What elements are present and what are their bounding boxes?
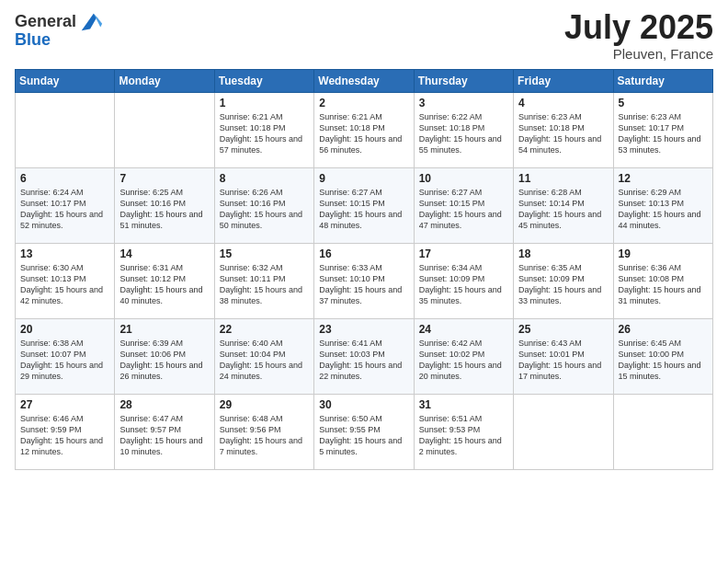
cell-w3-d1: 13Sunrise: 6:30 AMSunset: 10:13 PMDaylig… — [16, 243, 115, 318]
day-number: 13 — [20, 247, 109, 260]
calendar-table: Sunday Monday Tuesday Wednesday Thursday… — [15, 69, 713, 470]
day-number: 19 — [619, 247, 708, 260]
day-number: 22 — [220, 323, 309, 336]
day-info: Sunrise: 6:38 AMSunset: 10:07 PMDaylight… — [20, 338, 109, 383]
week-row-5: 27Sunrise: 6:46 AMSunset: 9:59 PMDayligh… — [16, 394, 713, 469]
day-number: 20 — [20, 323, 109, 336]
day-info: Sunrise: 6:21 AMSunset: 10:18 PMDaylight… — [220, 111, 309, 156]
cell-w2-d1: 6Sunrise: 6:24 AMSunset: 10:17 PMDayligh… — [16, 167, 115, 243]
day-number: 21 — [119, 323, 209, 336]
day-info: Sunrise: 6:32 AMSunset: 10:11 PMDaylight… — [220, 262, 309, 307]
day-info: Sunrise: 6:28 AMSunset: 10:14 PMDaylight… — [518, 187, 608, 232]
cell-w2-d5: 10Sunrise: 6:27 AMSunset: 10:15 PMDaylig… — [414, 167, 513, 243]
page: General Blue July 2025 Pleuven, France S… — [0, 0, 728, 563]
week-row-4: 20Sunrise: 6:38 AMSunset: 10:07 PMDaylig… — [16, 318, 713, 394]
day-number: 10 — [419, 172, 508, 185]
cell-w2-d2: 7Sunrise: 6:25 AMSunset: 10:16 PMDayligh… — [115, 167, 214, 243]
cell-w3-d3: 15Sunrise: 6:32 AMSunset: 10:11 PMDaylig… — [214, 243, 313, 318]
day-number: 18 — [518, 247, 608, 260]
day-number: 12 — [619, 172, 708, 185]
header-saturday: Saturday — [613, 69, 712, 92]
day-info: Sunrise: 6:39 AMSunset: 10:06 PMDaylight… — [119, 338, 209, 383]
day-info: Sunrise: 6:45 AMSunset: 10:00 PMDaylight… — [619, 338, 708, 383]
logo-general-text: General — [15, 13, 76, 31]
cell-w1-d5: 3Sunrise: 6:22 AMSunset: 10:18 PMDayligh… — [414, 92, 513, 167]
day-info: Sunrise: 6:48 AMSunset: 9:56 PMDaylight:… — [220, 413, 309, 458]
day-number: 23 — [319, 323, 408, 336]
day-number: 5 — [619, 97, 708, 109]
cell-w2-d3: 8Sunrise: 6:26 AMSunset: 10:16 PMDayligh… — [214, 167, 313, 243]
cell-w4-d7: 26Sunrise: 6:45 AMSunset: 10:00 PMDaylig… — [613, 318, 712, 394]
day-info: Sunrise: 6:29 AMSunset: 10:13 PMDaylight… — [619, 187, 708, 232]
cell-w4-d1: 20Sunrise: 6:38 AMSunset: 10:07 PMDaylig… — [16, 318, 115, 394]
day-info: Sunrise: 6:42 AMSunset: 10:02 PMDaylight… — [419, 338, 508, 383]
title-block: July 2025 Pleuven, France — [564, 9, 713, 62]
header-friday: Friday — [514, 69, 613, 92]
header-thursday: Thursday — [414, 69, 513, 92]
cell-w2-d6: 11Sunrise: 6:28 AMSunset: 10:14 PMDaylig… — [514, 167, 613, 243]
header-sunday: Sunday — [16, 69, 115, 92]
day-number: 28 — [119, 398, 209, 411]
cell-w3-d7: 19Sunrise: 6:36 AMSunset: 10:08 PMDaylig… — [613, 243, 712, 318]
day-number: 26 — [619, 323, 708, 336]
cell-w5-d5: 31Sunrise: 6:51 AMSunset: 9:53 PMDayligh… — [414, 394, 513, 469]
cell-w5-d7 — [613, 394, 712, 469]
cell-w4-d6: 25Sunrise: 6:43 AMSunset: 10:01 PMDaylig… — [514, 318, 613, 394]
week-row-1: 1Sunrise: 6:21 AMSunset: 10:18 PMDayligh… — [16, 92, 713, 167]
cell-w3-d2: 14Sunrise: 6:31 AMSunset: 10:12 PMDaylig… — [115, 243, 214, 318]
day-info: Sunrise: 6:46 AMSunset: 9:59 PMDaylight:… — [20, 413, 109, 458]
cell-w5-d2: 28Sunrise: 6:47 AMSunset: 9:57 PMDayligh… — [115, 394, 214, 469]
cell-w1-d2 — [115, 92, 214, 167]
day-info: Sunrise: 6:21 AMSunset: 10:18 PMDaylight… — [319, 111, 408, 156]
day-info: Sunrise: 6:24 AMSunset: 10:17 PMDaylight… — [20, 187, 109, 232]
day-info: Sunrise: 6:22 AMSunset: 10:18 PMDaylight… — [419, 111, 508, 156]
day-number: 16 — [319, 247, 408, 260]
day-number: 4 — [518, 97, 608, 109]
day-info: Sunrise: 6:23 AMSunset: 10:17 PMDaylight… — [619, 111, 708, 156]
day-info: Sunrise: 6:40 AMSunset: 10:04 PMDaylight… — [220, 338, 309, 383]
cell-w3-d5: 17Sunrise: 6:34 AMSunset: 10:09 PMDaylig… — [414, 243, 513, 318]
day-number: 6 — [20, 172, 109, 185]
day-number: 3 — [419, 97, 508, 109]
cell-w1-d6: 4Sunrise: 6:23 AMSunset: 10:18 PMDayligh… — [514, 92, 613, 167]
cell-w5-d6 — [514, 394, 613, 469]
day-info: Sunrise: 6:23 AMSunset: 10:18 PMDaylight… — [518, 111, 608, 156]
day-info: Sunrise: 6:25 AMSunset: 10:16 PMDaylight… — [119, 187, 209, 232]
day-info: Sunrise: 6:30 AMSunset: 10:13 PMDaylight… — [20, 262, 109, 307]
day-info: Sunrise: 6:47 AMSunset: 9:57 PMDaylight:… — [119, 413, 209, 458]
cell-w5-d4: 30Sunrise: 6:50 AMSunset: 9:55 PMDayligh… — [314, 394, 414, 469]
cell-w1-d7: 5Sunrise: 6:23 AMSunset: 10:17 PMDayligh… — [613, 92, 712, 167]
calendar-header-row: Sunday Monday Tuesday Wednesday Thursday… — [16, 69, 713, 92]
day-number: 25 — [518, 323, 608, 336]
day-info: Sunrise: 6:27 AMSunset: 10:15 PMDaylight… — [319, 187, 408, 232]
logo: General Blue — [15, 9, 104, 50]
cell-w1-d1 — [16, 92, 115, 167]
cell-w3-d4: 16Sunrise: 6:33 AMSunset: 10:10 PMDaylig… — [314, 243, 414, 318]
day-number: 11 — [518, 172, 608, 185]
cell-w1-d3: 1Sunrise: 6:21 AMSunset: 10:18 PMDayligh… — [214, 92, 313, 167]
cell-w3-d6: 18Sunrise: 6:35 AMSunset: 10:09 PMDaylig… — [514, 243, 613, 318]
day-info: Sunrise: 6:51 AMSunset: 9:53 PMDaylight:… — [419, 413, 508, 458]
day-number: 8 — [220, 172, 309, 185]
day-info: Sunrise: 6:35 AMSunset: 10:09 PMDaylight… — [518, 262, 608, 307]
cell-w4-d5: 24Sunrise: 6:42 AMSunset: 10:02 PMDaylig… — [414, 318, 513, 394]
day-info: Sunrise: 6:31 AMSunset: 10:12 PMDaylight… — [119, 262, 209, 307]
day-number: 1 — [220, 97, 309, 109]
day-info: Sunrise: 6:41 AMSunset: 10:03 PMDaylight… — [319, 338, 408, 383]
day-number: 27 — [20, 398, 109, 411]
cell-w2-d7: 12Sunrise: 6:29 AMSunset: 10:13 PMDaylig… — [613, 167, 712, 243]
header-monday: Monday — [115, 69, 214, 92]
day-info: Sunrise: 6:33 AMSunset: 10:10 PMDaylight… — [319, 262, 408, 307]
cell-w4-d3: 22Sunrise: 6:40 AMSunset: 10:04 PMDaylig… — [214, 318, 313, 394]
location-title: Pleuven, France — [564, 46, 713, 62]
day-number: 24 — [419, 323, 508, 336]
day-number: 9 — [319, 172, 408, 185]
cell-w4-d4: 23Sunrise: 6:41 AMSunset: 10:03 PMDaylig… — [314, 318, 414, 394]
day-info: Sunrise: 6:27 AMSunset: 10:15 PMDaylight… — [419, 187, 508, 232]
day-number: 7 — [119, 172, 209, 185]
cell-w2-d4: 9Sunrise: 6:27 AMSunset: 10:15 PMDayligh… — [314, 167, 414, 243]
week-row-2: 6Sunrise: 6:24 AMSunset: 10:17 PMDayligh… — [16, 167, 713, 243]
logo-icon — [78, 9, 104, 35]
day-number: 15 — [220, 247, 309, 260]
day-number: 2 — [319, 97, 408, 109]
